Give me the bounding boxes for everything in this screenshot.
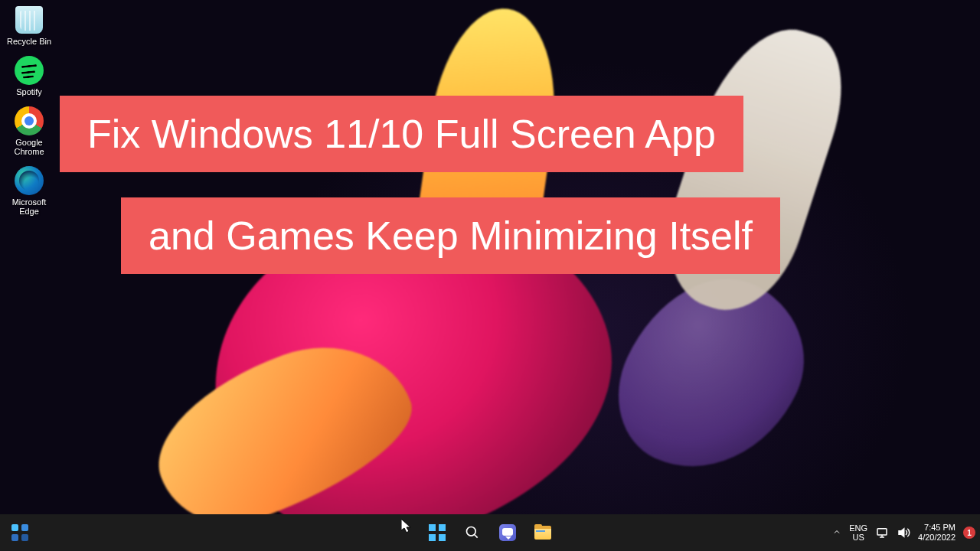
chrome-icon (14, 106, 44, 136)
chat-icon (499, 524, 516, 541)
desktop-icon-chrome[interactable]: Google Chrome (3, 104, 55, 158)
overlay-title-line-1: Fix Windows 11/10 Full Screen App (60, 96, 743, 172)
tray-volume-button[interactable] (897, 526, 910, 540)
taskbar-search-button[interactable] (457, 517, 488, 548)
spotify-icon (14, 55, 44, 86)
tray-language-bottom: US (849, 533, 867, 542)
tray-show-hidden-icons[interactable] (832, 526, 841, 540)
notification-badge-count: 1 (967, 529, 972, 537)
desktop-icon-edge[interactable]: Microsoft Edge (3, 164, 55, 217)
svg-marker-5 (899, 529, 904, 537)
search-icon (465, 525, 480, 540)
tray-notifications-button[interactable]: 1 (963, 527, 975, 539)
tray-time: 7:45 PM (918, 523, 956, 533)
volume-icon (897, 526, 910, 540)
edge-icon (14, 165, 44, 196)
desktop-icon-recycle-bin[interactable]: Recycle Bin (3, 3, 55, 47)
taskbar-start-button[interactable] (422, 517, 452, 548)
wallpaper (0, 0, 980, 551)
windows-start-icon (429, 524, 446, 541)
tray-network-button[interactable] (875, 526, 889, 540)
taskbar: ENG US 7:45 PM 4/20/2022 1 (0, 514, 980, 551)
taskbar-chat-button[interactable] (492, 517, 523, 548)
desktop-icon-label: Microsoft Edge (5, 197, 54, 216)
desktop-icon-label: Google Chrome (5, 138, 54, 156)
overlay-title-line-2: and Games Keep Minimizing Itself (121, 197, 780, 274)
desktop-icon-label: Recycle Bin (7, 37, 51, 46)
chevron-up-icon (832, 527, 841, 536)
network-icon (875, 526, 889, 540)
svg-point-0 (467, 527, 476, 536)
desktop-icons: Recycle Bin Spotify Google Chrome Micros… (3, 3, 55, 218)
tray-clock-button[interactable]: 7:45 PM 4/20/2022 (918, 523, 956, 542)
desktop-icon-spotify[interactable]: Spotify (3, 54, 55, 98)
svg-line-1 (475, 535, 478, 538)
desktop-icon-label: Spotify (16, 87, 42, 96)
recycle-bin-icon (14, 5, 44, 35)
tray-language-button[interactable]: ENG US (849, 523, 867, 542)
tray-date: 4/20/2022 (918, 533, 956, 543)
svg-rect-2 (877, 529, 887, 535)
taskbar-file-explorer-button[interactable] (528, 517, 558, 548)
file-explorer-icon (534, 526, 551, 540)
desktop[interactable]: Recycle Bin Spotify Google Chrome Micros… (0, 0, 980, 551)
widgets-icon (11, 524, 28, 541)
taskbar-widgets-button[interactable] (5, 517, 35, 548)
tray-language-top: ENG (849, 523, 867, 533)
